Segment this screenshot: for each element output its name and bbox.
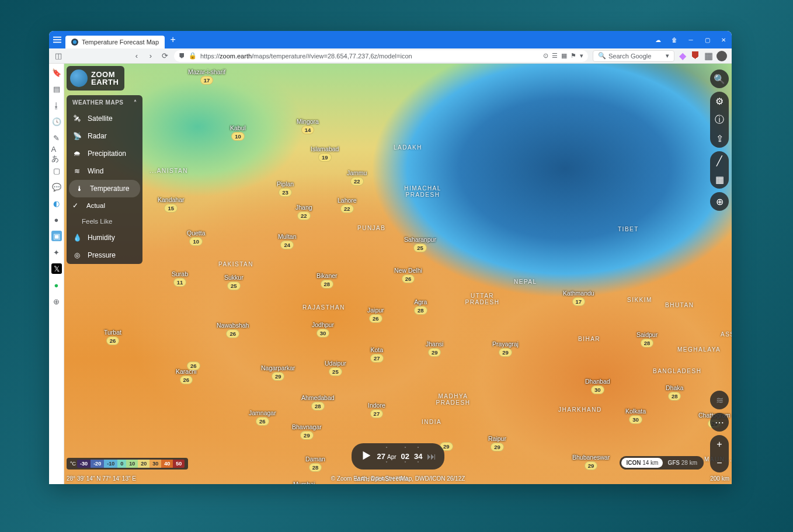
search-button[interactable]: 🔍 [710,69,729,88]
city-marker[interactable]: Agra28 [414,298,427,315]
download-sidebar-icon[interactable]: ⭳ [51,100,62,110]
city-marker[interactable]: Bhubaneswar29 [572,454,610,470]
hour-segment[interactable]: ˄ 02 ˅ [401,447,409,466]
reload-button[interactable]: ⟳ [158,49,172,63]
cloud-icon[interactable]: ☁ [650,31,666,48]
trash-icon[interactable]: 🗑 [666,31,683,48]
layer-precipitation[interactable]: 🌧Precipitation [67,145,142,162]
location-icon[interactable]: ⊙ [543,52,548,60]
city-marker[interactable]: Jhang22 [295,204,312,220]
share-button[interactable]: ⇪ [710,129,729,148]
city-marker[interactable]: Karachi26 [176,368,197,384]
weather-header[interactable]: WEATHER MAPS ˄ [67,95,142,110]
city-marker[interactable]: Prayagraj29 [492,340,519,357]
info-button[interactable]: ⓘ [710,110,729,129]
layer-radar[interactable]: 📡Radar [67,127,142,145]
city-marker[interactable]: Jhansi29 [426,340,443,357]
back-button[interactable]: ‹ [130,49,144,63]
skip-button[interactable]: ⏭ [427,451,436,462]
city-marker[interactable]: Piplan23 [277,180,294,197]
ext2-icon[interactable]: ⛊ [690,50,701,62]
chat-sidebar-icon[interactable]: 💬 [51,182,62,192]
panel-icon[interactable]: ◫ [51,49,65,63]
qr-icon[interactable]: ▦ [561,52,567,60]
city-marker[interactable]: Dhanbad30 [585,378,610,394]
city-marker[interactable]: Daman28 [305,455,325,472]
minute-segment[interactable]: ˄ 34 ˅ [414,447,422,466]
area-button[interactable]: ▦ [710,170,729,189]
layer-wind[interactable]: ≋Wind [67,162,142,180]
dropdown-icon[interactable]: ▾ [580,52,583,60]
city-marker[interactable]: Jodhpur30 [312,321,334,338]
model-icon[interactable]: ICON 14 km [621,458,663,468]
app4-sidebar-icon[interactable]: ✦ [51,247,62,258]
city-marker[interactable]: Indore27 [368,402,385,418]
city-marker[interactable]: Raipur29 [488,435,506,451]
city-marker[interactable]: Dhaka28 [666,384,683,401]
window-sidebar-icon[interactable]: ▢ [51,165,62,176]
measure-button[interactable]: ╱ [710,151,729,170]
city-marker[interactable]: Nawabshah26 [217,322,249,338]
city-marker[interactable]: Jamnagar26 [249,409,276,426]
city-marker[interactable]: Quetta10 [187,230,206,246]
city-marker[interactable]: Bhavnagar29 [292,423,322,440]
city-marker[interactable]: Mazar-i-sharif17 [188,68,225,85]
reading-sidebar-icon[interactable]: ▤ [51,84,62,94]
city-marker[interactable]: New Delhi26 [394,267,422,283]
date-segment[interactable]: ˄ 27Apr ˅ [377,447,396,466]
city-marker[interactable]: Turbat26 [104,329,121,345]
layer-temperature[interactable]: 🌡Temperature [69,180,140,197]
city-marker[interactable]: Ahmedabad28 [301,394,335,411]
layer-humidity[interactable]: 💧Humidity [67,229,142,246]
city-marker[interactable]: Kabul10 [230,124,246,141]
hour-down-icon[interactable]: ˅ [404,461,406,466]
city-marker[interactable]: Kandahar15 [158,196,185,213]
city-marker[interactable]: Nagarparkar29 [261,364,295,381]
addressbar[interactable]: ⛊ 🔒 https://zoom.earth/maps/temperature/… [174,50,588,62]
date-up-icon[interactable]: ˄ [385,447,388,451]
city-marker[interactable]: Udaipur25 [325,360,346,376]
translate-sidebar-icon[interactable]: Aあ [51,149,62,159]
app6-sidebar-icon[interactable]: ● [51,280,62,290]
sub-actual[interactable]: ✓Actual [67,197,142,214]
city-marker[interactable]: Lahore22 [338,197,357,213]
zoom-in-button[interactable]: + [710,435,729,454]
city-marker[interactable]: Mumbai [293,481,315,484]
maximize-button[interactable]: ▢ [699,31,715,48]
date-down-icon[interactable]: ˅ [385,461,388,466]
layer-satellite[interactable]: 🛰Satellite [67,110,142,127]
layer-pressure[interactable]: ◎Pressure [67,246,142,264]
ext3-icon[interactable]: ▦ [702,50,714,62]
notes-sidebar-icon[interactable]: ✎ [51,133,62,143]
more-button[interactable]: ⋯ [710,413,729,432]
city-marker[interactable]: Islamabad19 [311,145,339,162]
ext1-icon[interactable]: ◆ [677,50,688,62]
sub-feels-like[interactable]: Feels Like [67,214,142,229]
city-marker[interactable]: Sukkur25 [224,274,244,290]
profile-avatar[interactable] [717,51,727,61]
play-button[interactable] [360,449,373,464]
city-marker[interactable]: Kolkata30 [625,408,646,424]
reader-icon[interactable]: ☰ [552,52,558,60]
city-marker[interactable]: Mingora14 [297,118,319,134]
add-sidebar-icon[interactable]: ⊕ [51,296,62,307]
settings-button[interactable]: ⚙ [710,92,729,110]
close-button[interactable]: ✕ [715,31,732,48]
zoom-out-button[interactable]: − [710,454,729,472]
city-marker[interactable]: Bikaner28 [316,272,338,288]
newtab-button[interactable]: + [167,34,179,46]
search-dropdown-icon[interactable]: ▾ [666,52,669,60]
logo-panel[interactable]: ZOOMEARTH [67,66,124,91]
bookmark-icon[interactable]: ⚑ [571,52,576,60]
city-marker[interactable]: Kota27 [370,346,384,363]
city-marker[interactable]: Surab11 [172,270,188,287]
minute-up-icon[interactable]: ˄ [417,447,419,451]
minimize-button[interactable]: ─ [683,31,699,48]
history-sidebar-icon[interactable]: 🕓 [51,116,62,127]
city-marker[interactable]: Saharanpur25 [404,236,436,252]
model-gfs[interactable]: GFS 28 km [663,458,702,468]
map-area[interactable]: Mazar-i-sharif17Kabul10Mingora14Islamaba… [64,64,732,484]
bookmark-sidebar-icon[interactable]: 🔖 [51,67,62,78]
hour-up-icon[interactable]: ˄ [404,447,406,451]
city-marker[interactable]: Saidpur28 [637,331,658,347]
